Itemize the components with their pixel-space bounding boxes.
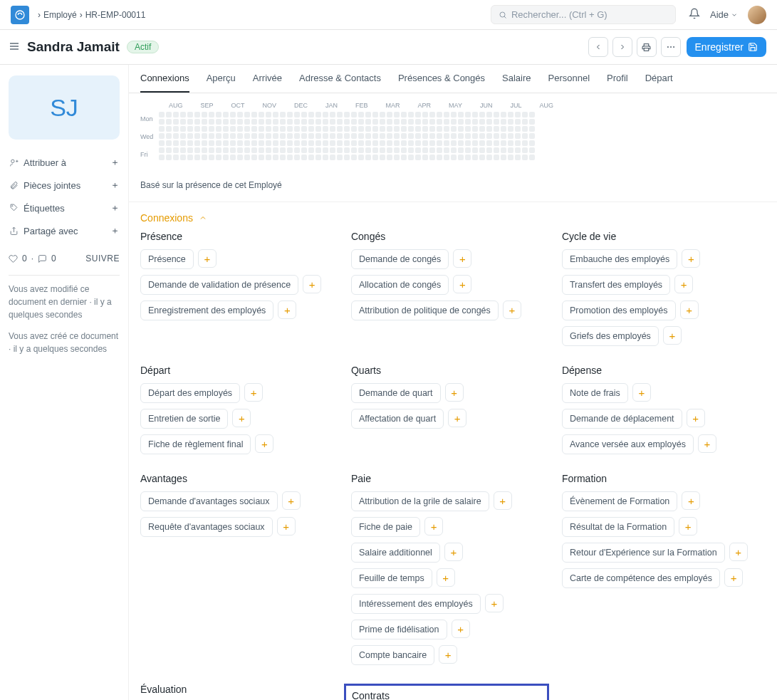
assign-row[interactable]: Attribuer à ＋: [9, 151, 120, 174]
help-link[interactable]: Aide: [710, 9, 738, 20]
link-pill[interactable]: Requête d'avantages sociaux: [140, 517, 273, 537]
plus-icon[interactable]: ＋: [110, 179, 120, 192]
link-pill[interactable]: Demande de validation de présence: [140, 275, 298, 295]
menu-icon[interactable]: [9, 41, 20, 54]
link-pill[interactable]: Compte bancaire: [351, 645, 434, 665]
tab-personnel[interactable]: Personnel: [548, 65, 590, 93]
heatmap-cell: [401, 133, 407, 139]
link-pill[interactable]: Feuille de temps: [351, 568, 432, 588]
add-button[interactable]: +: [244, 383, 263, 402]
plus-icon[interactable]: ＋: [110, 156, 120, 169]
link-pill[interactable]: Transfert des employés: [562, 275, 670, 295]
add-button[interactable]: +: [680, 301, 699, 319]
likes-comments[interactable]: 0 · 0: [9, 254, 56, 263]
tags-row[interactable]: Étiquettes ＋: [9, 197, 120, 219]
print-button[interactable]: [637, 37, 657, 57]
app-logo[interactable]: [11, 6, 29, 24]
heatmap-cell: [437, 140, 442, 146]
add-button[interactable]: +: [687, 409, 705, 427]
shared-row[interactable]: Partagé avec ＋: [9, 219, 120, 242]
bell-icon[interactable]: [689, 8, 700, 21]
add-button[interactable]: +: [494, 491, 512, 510]
link-pill[interactable]: Avance versée aux employés: [562, 434, 694, 454]
link-pill[interactable]: Présence: [140, 249, 194, 269]
link-pill[interactable]: Retour d'Expérience sur la Formation: [562, 543, 725, 563]
link-pill[interactable]: Promotion des employés: [562, 301, 676, 320]
heatmap-cell: [351, 119, 357, 125]
link-pill[interactable]: Demande de congés: [351, 249, 449, 269]
add-button[interactable]: +: [277, 517, 296, 536]
add-button[interactable]: +: [724, 568, 743, 587]
add-button[interactable]: +: [303, 275, 321, 293]
add-button[interactable]: +: [729, 543, 748, 561]
add-button[interactable]: +: [424, 517, 443, 536]
link-pill[interactable]: Griefs des employés: [562, 326, 659, 346]
add-button[interactable]: +: [198, 249, 217, 268]
add-button[interactable]: +: [448, 409, 466, 427]
add-button[interactable]: +: [445, 383, 464, 402]
link-pill[interactable]: Demande de déplacement: [562, 409, 682, 429]
add-button[interactable]: +: [682, 249, 700, 268]
link-pill[interactable]: Prime de fidélisation: [351, 620, 447, 639]
add-button[interactable]: +: [663, 326, 682, 345]
link-pill[interactable]: Note de frais: [562, 383, 628, 403]
breadcrumb-level1[interactable]: Employé: [43, 10, 77, 20]
add-button[interactable]: +: [282, 491, 301, 510]
heatmap-cell: [316, 133, 321, 139]
prev-button[interactable]: [588, 37, 608, 57]
connexions-header[interactable]: Connexions: [129, 202, 777, 231]
link-pill[interactable]: Allocation de congés: [351, 275, 449, 295]
tab-arriv-e[interactable]: Arrivée: [253, 65, 282, 93]
add-button[interactable]: +: [503, 301, 521, 319]
add-button[interactable]: +: [674, 275, 693, 293]
link-pill[interactable]: Affectation de quart: [351, 409, 444, 429]
follow-button[interactable]: SUIVRE: [85, 254, 120, 263]
link-pill[interactable]: Attribution de politique de congés: [351, 301, 499, 320]
link-pill[interactable]: Évènement de Formation: [562, 491, 677, 511]
link-pill[interactable]: Embauche des employés: [562, 249, 677, 269]
link-pill[interactable]: Enregistrement des employés: [140, 301, 273, 320]
next-button[interactable]: [612, 37, 632, 57]
link-pill[interactable]: Demande d'avantages sociaux: [140, 491, 278, 511]
user-avatar[interactable]: [748, 6, 766, 24]
add-button[interactable]: +: [632, 383, 651, 402]
link-pill[interactable]: Demande de quart: [351, 383, 441, 403]
search-input[interactable]: Rechercher... (Ctrl + G): [491, 5, 676, 24]
add-button[interactable]: +: [453, 249, 471, 268]
save-button[interactable]: Enregistrer: [687, 37, 766, 57]
add-button[interactable]: +: [698, 434, 716, 453]
tab-profil[interactable]: Profil: [607, 65, 628, 93]
breadcrumb-level2[interactable]: HR-EMP-00011: [85, 10, 146, 20]
add-button[interactable]: +: [453, 275, 471, 293]
tab-d-part[interactable]: Départ: [645, 65, 673, 93]
tab-salaire[interactable]: Salaire: [502, 65, 531, 93]
link-pill[interactable]: Intéressement des employés: [351, 594, 481, 614]
link-pill[interactable]: Fiche de paie: [351, 517, 420, 537]
tab-connexions[interactable]: Connexions: [140, 65, 189, 93]
more-button[interactable]: [661, 37, 681, 57]
add-button[interactable]: +: [679, 517, 697, 536]
link-pill[interactable]: Résultat de la Formation: [562, 517, 674, 537]
link-pill[interactable]: Fiche de règlement final: [140, 434, 251, 454]
tab-aper-u[interactable]: Aperçu: [207, 65, 236, 93]
add-button[interactable]: +: [232, 409, 251, 427]
add-button[interactable]: +: [452, 620, 470, 638]
add-button[interactable]: +: [437, 568, 455, 587]
plus-icon[interactable]: ＋: [110, 224, 120, 237]
attachments-row[interactable]: Pièces jointes ＋: [9, 174, 120, 197]
tab-pr-sences-cong-s[interactable]: Présences & Congés: [398, 65, 485, 93]
link-pill[interactable]: Attribution de la grile de salaire: [351, 491, 489, 511]
link-pill[interactable]: Carte de compétence des employés: [562, 568, 720, 588]
add-button[interactable]: +: [255, 434, 273, 453]
svg-point-9: [670, 46, 672, 48]
add-button[interactable]: +: [439, 645, 457, 664]
link-pill[interactable]: Salaire additionnel: [351, 543, 440, 563]
plus-icon[interactable]: ＋: [110, 202, 120, 214]
tab-adresse-contacts[interactable]: Adresse & Contacts: [299, 65, 381, 93]
link-pill[interactable]: Départ des employés: [140, 383, 240, 403]
add-button[interactable]: +: [278, 301, 296, 319]
add-button[interactable]: +: [485, 594, 504, 612]
add-button[interactable]: +: [682, 491, 700, 510]
link-pill[interactable]: Entretien de sortie: [140, 409, 228, 429]
add-button[interactable]: +: [444, 543, 463, 561]
